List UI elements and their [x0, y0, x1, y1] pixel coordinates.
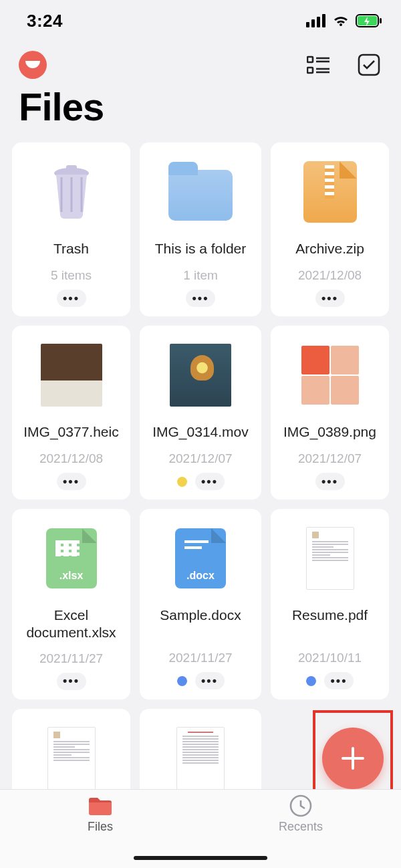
status-bar: 3:24 — [0, 0, 401, 36]
app-logo-icon[interactable] — [19, 51, 47, 79]
image-thumbnail — [39, 342, 104, 409]
select-button[interactable] — [356, 51, 382, 78]
file-meta: 2021/11/27 — [39, 651, 103, 666]
docx-icon: .docx — [168, 525, 233, 592]
zip-icon — [298, 158, 362, 225]
file-meta: 2021/10/11 — [298, 651, 362, 665]
pdf-thumbnail — [39, 725, 104, 792]
file-meta: 5 items — [51, 268, 92, 283]
home-indicator[interactable] — [134, 856, 267, 860]
tab-bar: Files Recents — [0, 789, 401, 868]
file-card-pdf[interactable]: Resume.pdf 2021/10/11 ••• — [271, 509, 389, 699]
more-button[interactable]: ••• — [324, 672, 354, 689]
file-name: IMG_0377.heic — [23, 423, 118, 442]
file-name: IMG_0389.png — [283, 423, 376, 442]
file-meta: 2021/11/27 — [168, 651, 232, 665]
cellular-icon — [306, 14, 326, 27]
file-card-video[interactable]: IMG_0314.mov 2021/12/07 ••• — [140, 326, 261, 500]
file-card-zip[interactable]: Archive.zip 2021/12/08 ••• — [271, 142, 389, 316]
more-button[interactable]: ••• — [195, 473, 225, 490]
file-name: Resume.pdf — [292, 607, 368, 641]
tag-dot-blue — [306, 676, 316, 686]
status-time: 3:24 — [27, 11, 63, 31]
file-meta: 1 item — [183, 268, 218, 283]
svg-rect-3 — [322, 14, 325, 27]
file-name: Excel document.xlsx — [16, 607, 126, 642]
file-name: Trash — [53, 240, 89, 259]
file-name: Archive.zip — [295, 240, 364, 259]
more-button[interactable]: ••• — [57, 673, 86, 690]
svg-rect-7 — [307, 57, 313, 62]
more-button[interactable]: ••• — [57, 290, 86, 307]
plus-icon — [338, 743, 368, 774]
svg-rect-5 — [380, 18, 382, 23]
svg-rect-15 — [66, 165, 77, 171]
svg-rect-13 — [359, 55, 379, 75]
recents-tab-icon — [287, 794, 314, 818]
more-button[interactable]: ••• — [315, 473, 345, 490]
file-card-docx[interactable]: .docx Sample.docx 2021/11/27 ••• — [140, 509, 261, 699]
battery-charging-icon — [356, 14, 382, 27]
trash-icon — [39, 158, 104, 225]
svg-rect-2 — [317, 17, 320, 27]
tag-dot-blue — [177, 676, 187, 686]
file-card-image[interactable]: IMG_0377.heic 2021/12/08 ••• — [12, 326, 130, 500]
file-card-trash[interactable]: Trash 5 items ••• — [12, 142, 130, 316]
folder-icon — [168, 158, 233, 225]
page-title: Files — [0, 79, 401, 142]
add-button[interactable] — [322, 728, 384, 789]
more-button[interactable]: ••• — [315, 290, 345, 307]
file-meta: 2021/12/07 — [298, 451, 362, 466]
xlsx-icon: .xlsx — [39, 525, 104, 592]
file-meta: 2021/12/07 — [168, 451, 232, 466]
file-card-folder[interactable]: This is a folder 1 item ••• — [140, 142, 261, 316]
tab-label: Files — [88, 820, 113, 834]
svg-rect-0 — [306, 22, 309, 27]
header-actions — [305, 51, 382, 78]
file-card-xlsx[interactable]: .xlsx Excel document.xlsx 2021/11/27 ••• — [12, 509, 130, 699]
more-button[interactable]: ••• — [57, 473, 86, 490]
status-icons — [306, 14, 382, 27]
file-meta: 2021/12/08 — [39, 451, 103, 466]
pdf-thumbnail — [168, 725, 233, 792]
pdf-thumbnail — [298, 525, 362, 592]
more-button[interactable]: ••• — [186, 290, 215, 307]
tab-label: Recents — [279, 820, 323, 834]
header — [0, 36, 401, 79]
image-thumbnail — [298, 342, 362, 409]
file-card-image[interactable]: IMG_0389.png 2021/12/07 ••• — [271, 326, 389, 500]
files-tab-icon — [87, 794, 114, 818]
wifi-icon — [331, 14, 350, 27]
file-name: This is a folder — [155, 240, 247, 259]
view-list-button[interactable] — [305, 51, 331, 78]
svg-rect-8 — [307, 68, 313, 73]
file-name: Sample.docx — [160, 607, 241, 641]
file-name: IMG_0314.mov — [152, 423, 249, 442]
file-meta: 2021/12/08 — [298, 268, 362, 283]
video-thumbnail — [168, 342, 233, 409]
tag-dot-yellow — [177, 477, 187, 487]
more-button[interactable]: ••• — [195, 672, 225, 689]
svg-rect-1 — [311, 19, 315, 27]
